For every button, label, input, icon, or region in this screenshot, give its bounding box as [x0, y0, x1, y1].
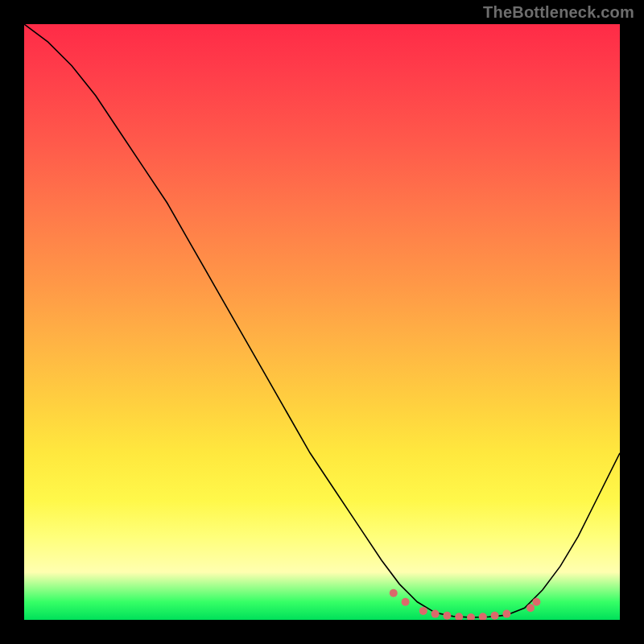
- marker-dot: [455, 613, 463, 620]
- marker-dot: [502, 610, 510, 618]
- curve-overlay: [24, 24, 620, 620]
- marker-dot: [467, 613, 475, 620]
- watermark-label: TheBottleneck.com: [483, 3, 634, 22]
- marker-dot: [526, 604, 535, 612]
- marker-dot: [402, 598, 410, 606]
- marker-dot: [479, 613, 487, 620]
- marker-dot: [491, 612, 499, 620]
- marker-dot: [419, 607, 427, 615]
- bottleneck-curve: [24, 24, 620, 617]
- marker-dot: [390, 589, 398, 597]
- marker-dot: [431, 610, 440, 618]
- marker-dot: [443, 612, 451, 620]
- chart-root: TheBottleneck.com: [0, 0, 644, 644]
- optimal-range-markers: [390, 589, 541, 620]
- marker-dot: [532, 598, 540, 606]
